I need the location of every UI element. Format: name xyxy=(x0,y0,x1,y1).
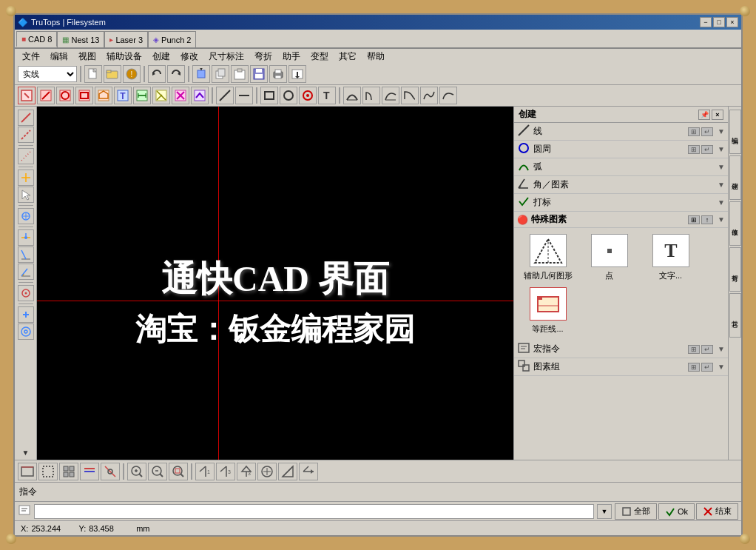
panel-item-macro[interactable]: 宏指令 ⊞ ↵ ▼ xyxy=(514,341,728,358)
bt-measure[interactable] xyxy=(299,463,318,480)
lt-snap1[interactable] xyxy=(18,208,34,224)
close-button[interactable]: × xyxy=(726,17,738,27)
special-item-aux[interactable]: 辅助几何图形 xyxy=(520,234,576,281)
bt-snap-angle[interactable] xyxy=(278,463,297,480)
panel-circle-expand[interactable]: ▼ xyxy=(718,145,725,153)
bt-zoom-fit[interactable] xyxy=(18,463,37,480)
tb-arc1[interactable] xyxy=(343,87,361,104)
tab-punch2[interactable]: ◈ Punch 2 xyxy=(148,31,196,47)
tb-special[interactable]: ! xyxy=(123,65,141,83)
panel-mark-expand[interactable]: ▼ xyxy=(718,198,725,207)
tb-arc3[interactable] xyxy=(382,87,399,104)
tb-export[interactable] xyxy=(288,65,306,83)
panel-macro-expand[interactable]: ▼ xyxy=(718,345,725,353)
tb-trim[interactable] xyxy=(152,87,170,104)
ok-button[interactable]: Ok xyxy=(658,503,695,520)
bt-snap-grid[interactable] xyxy=(101,463,120,480)
tb-erase[interactable] xyxy=(172,87,189,104)
tb-redo[interactable] xyxy=(167,65,185,83)
tab-cad8[interactable]: ■ CAD 8 xyxy=(16,31,57,47)
panel-item-line[interactable]: 线 ⊞ ↵ ▼ xyxy=(514,123,728,141)
special-item-text[interactable]: T 文字... xyxy=(643,234,698,281)
lt-expand[interactable]: ▼ xyxy=(22,449,30,457)
special-item-equidist[interactable]: 等距线... xyxy=(520,287,576,335)
side-tab-create[interactable]: 创建 xyxy=(729,155,741,200)
tb-undo[interactable] xyxy=(148,65,166,83)
tb-shape5[interactable] xyxy=(299,87,317,104)
panel-item-circle[interactable]: 圆周 ⊞ ↵ ▼ xyxy=(514,141,728,158)
bt-zoom-out[interactable] xyxy=(148,463,167,480)
bt-zoom-in[interactable] xyxy=(127,463,146,480)
tab-laser3[interactable]: ▸ Laser 3 xyxy=(104,31,148,47)
command-input-field[interactable] xyxy=(34,504,594,519)
lt-dashed[interactable] xyxy=(18,127,34,143)
tb-paste[interactable] xyxy=(231,65,249,83)
tb-arc2[interactable] xyxy=(362,87,380,104)
tb-open[interactable] xyxy=(104,65,121,83)
menu-transform[interactable]: 变型 xyxy=(306,49,333,64)
line-style-dropdown[interactable]: 实线 虚线 点划线 xyxy=(18,66,77,82)
tb-copy[interactable] xyxy=(212,65,229,83)
canvas-area[interactable]: 通快CAD 界面 淘宝：钣金编程家园 xyxy=(37,107,513,460)
lt-plus[interactable] xyxy=(18,306,34,323)
lt-ring[interactable] xyxy=(18,323,34,340)
command-dropdown[interactable]: ▼ xyxy=(597,504,612,519)
tb-text-tool[interactable]: T xyxy=(114,87,132,104)
bt-select-rect[interactable] xyxy=(38,463,58,480)
menu-assist[interactable]: 助手 xyxy=(278,49,305,64)
tb-shape2[interactable] xyxy=(235,87,253,104)
panel-line-expand[interactable]: ▼ xyxy=(718,127,725,135)
tb-print[interactable] xyxy=(269,65,287,83)
side-tab-other[interactable]: 其它 xyxy=(729,293,741,338)
bt-zoom-select[interactable] xyxy=(169,463,188,480)
menu-file[interactable]: 文件 xyxy=(18,49,44,64)
panel-arc-expand[interactable]: ▼ xyxy=(718,163,725,171)
tb-shape1[interactable] xyxy=(216,87,234,104)
panel-item-arc[interactable]: 弧 ▼ xyxy=(514,158,728,176)
side-tab-modify[interactable]: 修改 xyxy=(729,201,741,246)
panel-pin-button[interactable]: 📌 xyxy=(698,110,710,120)
tb-shape3[interactable] xyxy=(260,87,278,104)
side-tab-edit[interactable]: 编辑 xyxy=(729,110,741,154)
lt-intersect[interactable] xyxy=(18,285,34,301)
menu-view[interactable]: 视图 xyxy=(74,49,101,64)
lt-cross[interactable] xyxy=(18,170,34,186)
tb-new[interactable] xyxy=(84,65,102,83)
tb-shape4[interactable] xyxy=(280,87,297,104)
tb-arc6[interactable] xyxy=(439,87,457,104)
bt-snap-on[interactable] xyxy=(257,463,277,480)
maximize-button[interactable]: □ xyxy=(713,17,725,27)
tb-polygon-tool[interactable] xyxy=(95,87,112,104)
tb-move[interactable] xyxy=(192,65,210,83)
lt-dotted[interactable] xyxy=(18,148,34,164)
panel-group-expand[interactable]: ▼ xyxy=(718,363,725,371)
menu-help[interactable]: 帮助 xyxy=(362,49,389,64)
bt-select-all[interactable] xyxy=(59,463,78,480)
tb-line-tool[interactable] xyxy=(37,87,55,104)
tb-arc4[interactable] xyxy=(401,87,419,104)
menu-bend[interactable]: 弯折 xyxy=(250,49,277,64)
menu-other[interactable]: 其它 xyxy=(334,49,361,64)
panel-angle-expand[interactable]: ▼ xyxy=(718,181,725,189)
tb-circle-tool[interactable] xyxy=(56,87,74,104)
tb-arc5[interactable] xyxy=(420,87,438,104)
panel-item-group[interactable]: 图素组 ⊞ ↵ ▼ xyxy=(514,358,728,376)
menu-modify[interactable]: 修改 xyxy=(176,49,203,64)
special-item-point[interactable]: 点 xyxy=(581,234,637,281)
lt-diagonal[interactable] xyxy=(18,110,34,126)
tb-bend-line[interactable] xyxy=(191,87,209,104)
tb-text2[interactable]: T xyxy=(318,87,336,104)
all-button[interactable]: 全部 xyxy=(615,503,657,520)
special-section-header[interactable]: 🔴 特殊图素 ⊞ ↑ ▼ xyxy=(514,212,728,228)
tb-select[interactable] xyxy=(18,87,36,104)
panel-item-mark[interactable]: 打标 ▼ xyxy=(514,194,728,212)
menu-dim[interactable]: 尺寸标注 xyxy=(204,49,249,64)
panel-close-button[interactable]: × xyxy=(712,110,723,120)
menu-aux[interactable]: 辅助设备 xyxy=(102,49,146,64)
panel-item-angle[interactable]: 角／图素 ▼ xyxy=(514,176,728,194)
minimize-button[interactable]: − xyxy=(700,17,712,27)
lt-angle[interactable] xyxy=(18,264,34,280)
tb-dimension[interactable] xyxy=(133,87,151,104)
menu-edit[interactable]: 编辑 xyxy=(46,49,72,64)
special-expand[interactable]: ▼ xyxy=(718,215,725,224)
